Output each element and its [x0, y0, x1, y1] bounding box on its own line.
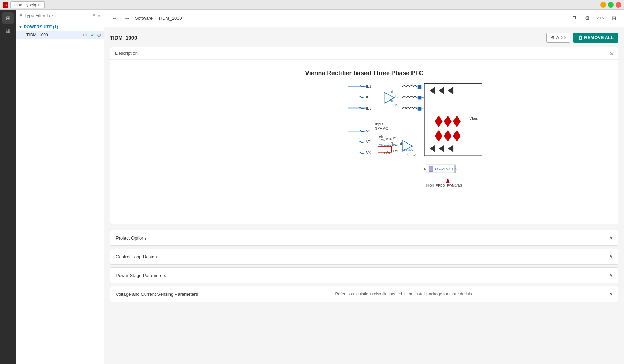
- svg-marker-16: [384, 92, 394, 103]
- add-label: ADD: [556, 35, 566, 40]
- svg-text:Vbus: Vbus: [469, 116, 478, 120]
- toolbar-right: ⏱ ⚙ </> ⊞: [569, 14, 618, 23]
- svg-text:V1: V1: [366, 129, 371, 133]
- tab-label: main.syscfg: [14, 2, 36, 7]
- description-close-icon[interactable]: ✕: [609, 51, 614, 57]
- svg-text:Vienna Rectifier based Three P: Vienna Rectifier based Three Phase PFC: [305, 70, 423, 77]
- forward-button[interactable]: →: [122, 14, 132, 23]
- trash-icon: 🗑: [578, 35, 582, 40]
- svg-text:Re: Re: [390, 141, 393, 145]
- accordion-header-control-loop[interactable]: Control Loop Design ∧: [110, 249, 618, 264]
- window-controls: [600, 2, 621, 8]
- svg-rect-113: [429, 166, 433, 172]
- svg-marker-28: [435, 116, 442, 127]
- svg-text:V2: V2: [366, 140, 371, 144]
- svg-marker-31: [435, 130, 442, 141]
- accordion-label-power-stage: Power Stage Parameters: [116, 273, 166, 278]
- grid-view-icon[interactable]: ⊞: [609, 14, 618, 23]
- title-bar: S main.syscfg ✕: [0, 0, 624, 10]
- add-plus-icon: ⊕: [551, 35, 555, 40]
- description-body: Vienna Rectifier based Three Phase PFC I…: [110, 60, 618, 224]
- accordion-label-voltage-current: Voltage and Current Sensing Parameters: [116, 292, 198, 297]
- tree-header: ≡ ✕ «: [16, 10, 104, 21]
- tree-content: ▼ POWERSUITE (1) TIDM_1000 1/1 ✔ ⊕: [16, 21, 104, 364]
- svg-text:OPA320: OPA320: [402, 148, 413, 151]
- group-label: POWERSUITE (1): [24, 25, 58, 29]
- circuit-diagram: Vienna Rectifier based Three Phase PFC I…: [246, 65, 482, 218]
- svg-marker-29: [444, 116, 451, 127]
- accordion-label-project-options: Project Options: [116, 235, 147, 241]
- accordion-chevron-power-stage: ∧: [609, 272, 613, 278]
- breadcrumb-parent[interactable]: Software: [135, 16, 153, 21]
- app-icon: S: [3, 2, 8, 8]
- breadcrumb-separator: ›: [155, 16, 156, 21]
- back-button[interactable]: ←: [110, 14, 120, 23]
- svg-marker-32: [444, 130, 451, 141]
- svg-text:Rg: Rg: [393, 149, 397, 153]
- svg-text:Rh: Rh: [379, 135, 383, 138]
- accordion-chevron-voltage-current: ∧: [609, 291, 613, 297]
- tab-close-icon[interactable]: ✕: [38, 3, 41, 7]
- accordion-chevron-project-options: ∧: [609, 235, 613, 241]
- accordion-header-power-stage[interactable]: Power Stage Parameters ∧: [110, 268, 618, 283]
- svg-text:V3: V3: [366, 151, 371, 155]
- svg-marker-36: [439, 145, 444, 152]
- svg-text:-1.65V: -1.65V: [406, 153, 416, 157]
- accordion-header-project-options[interactable]: Project Options ∧: [110, 230, 618, 245]
- svg-text:UCC21520 x 3: UCC21520 x 3: [435, 167, 456, 171]
- design-actions: ⊕ ADD 🗑 🗑 REMOVE ALL REMOVE ALL: [546, 33, 618, 43]
- settings-icon[interactable]: ⚙: [582, 14, 592, 23]
- content-area: TIDM_1000 ⊕ ADD 🗑 🗑 REMOVE ALL REMOVE AL…: [104, 27, 624, 364]
- sidebar-icon-table[interactable]: ▦: [2, 25, 14, 36]
- collapse-panel-icon[interactable]: «: [98, 12, 101, 18]
- description-header: Description: [110, 47, 618, 60]
- sidebar-icon-grid[interactable]: ⊞: [2, 12, 14, 24]
- accordion-note-voltage-current: Refer to calculations.xlsx file located …: [335, 292, 472, 296]
- svg-marker-26: [448, 87, 453, 94]
- design-header: TIDM_1000 ⊕ ADD 🗑 🗑 REMOVE ALL REMOVE AL…: [110, 33, 618, 43]
- svg-marker-22: [430, 87, 435, 94]
- svg-marker-38: [448, 145, 453, 152]
- app-container: ⊞ ▦ ≡ ✕ « ▼ POWERSUITE (1) TIDM_1000 1/1…: [0, 10, 624, 364]
- svg-text:HIGH_FREQ_PWM1/2/3: HIGH_FREQ_PWM1/2/3: [426, 183, 462, 187]
- svg-marker-24: [439, 87, 444, 94]
- maximize-button[interactable]: [608, 2, 614, 8]
- tree-item-tidm1000[interactable]: TIDM_1000 1/1 ✔ ⊕: [16, 31, 104, 39]
- svg-text:Rfltr: Rfltr: [386, 137, 392, 141]
- svg-text:Rj: Rj: [395, 94, 398, 98]
- svg-text:Li: Li: [409, 82, 412, 86]
- svg-text:Rq: Rq: [393, 136, 397, 140]
- remove-all-button[interactable]: 🗑 🗑 REMOVE ALL REMOVE ALL: [573, 33, 618, 43]
- minimize-button[interactable]: [600, 2, 606, 8]
- tree-panel: ≡ ✕ « ▼ POWERSUITE (1) TIDM_1000 1/1 ✔ ⊕: [16, 10, 104, 364]
- accordion-header-voltage-current[interactable]: Voltage and Current Sensing Parameters R…: [110, 286, 618, 302]
- design-title: TIDM_1000: [110, 35, 137, 41]
- breadcrumb: Software › TIDM_1000: [135, 16, 182, 21]
- svg-text:IL1: IL1: [366, 85, 371, 88]
- description-label: Description: [115, 51, 138, 56]
- svg-text:Rf: Rf: [399, 142, 402, 146]
- filter-input[interactable]: [24, 13, 90, 18]
- app-tab[interactable]: main.syscfg ✕: [10, 1, 45, 8]
- item-status-icon: ✔: [90, 33, 94, 38]
- history-icon[interactable]: ⏱: [569, 14, 579, 23]
- item-add-icon[interactable]: ⊕: [97, 32, 101, 38]
- svg-text:IL2: IL2: [366, 95, 371, 99]
- svg-text:3PH AC: 3PH AC: [375, 127, 388, 130]
- svg-text:Cfltr: Cfltr: [384, 151, 390, 155]
- tree-group-powersuite[interactable]: ▼ POWERSUITE (1): [16, 23, 104, 31]
- add-button[interactable]: ⊕ ADD: [546, 33, 570, 43]
- close-button[interactable]: [616, 2, 621, 8]
- svg-text:Rj: Rj: [395, 103, 398, 106]
- clear-filter-icon[interactable]: ✕: [92, 13, 96, 18]
- main-content: ← → Software › TIDM_1000 ⏱ ⚙ </> ⊞ TIDM_…: [104, 10, 624, 364]
- svg-marker-30: [453, 116, 460, 127]
- svg-text:Rh: Rh: [381, 138, 385, 142]
- accordion-control-loop: Control Loop Design ∧: [110, 249, 618, 265]
- group-chevron-icon: ▼: [19, 25, 23, 29]
- code-icon[interactable]: </>: [596, 14, 605, 23]
- top-toolbar: ← → Software › TIDM_1000 ⏱ ⚙ </> ⊞: [104, 10, 624, 27]
- item-badge: 1/1: [83, 33, 88, 37]
- accordion-project-options: Project Options ∧: [110, 230, 618, 246]
- svg-text:N: N: [424, 167, 426, 171]
